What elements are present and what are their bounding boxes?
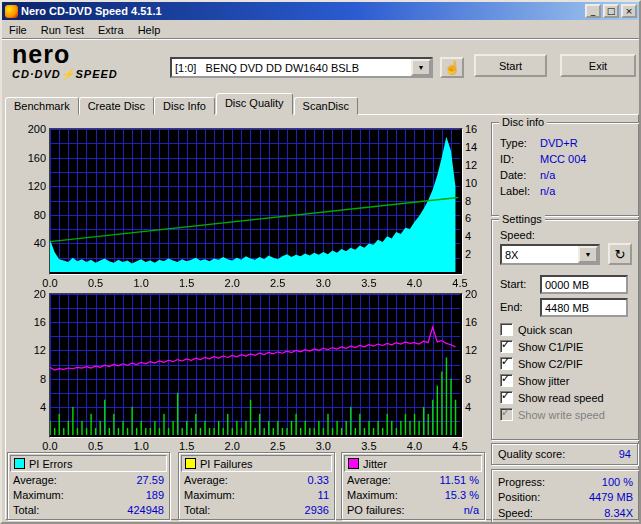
progress-value: 100 % xyxy=(602,476,633,488)
drive-selector[interactable]: [1:0] BENQ DVD DD DW1640 BSLB ▼ xyxy=(170,57,433,78)
checkbox-box[interactable] xyxy=(500,323,513,336)
y-axis-tick: 120 xyxy=(14,180,46,192)
stat-title: PI Errors xyxy=(29,458,72,470)
stat-title: PI Failures xyxy=(200,458,253,470)
y-axis-tick: 8 xyxy=(465,373,489,385)
disc-info-legend: Disc info xyxy=(499,116,547,128)
jitter-pif-chart xyxy=(49,293,463,438)
disc-info-row: Type:DVD+R xyxy=(500,135,635,151)
stat-label: Total: xyxy=(184,503,210,518)
checkbox-show-jitter[interactable]: ✓Show jitter xyxy=(500,372,635,389)
tab-benchmark[interactable]: Benchmark xyxy=(5,97,79,115)
drive-pick-button[interactable]: ☝ xyxy=(440,57,464,78)
jitter-pif-chart-canvas xyxy=(50,294,460,435)
pi-errors-chart xyxy=(49,128,463,275)
chevron-down-icon[interactable]: ▼ xyxy=(578,246,598,263)
y-axis-tick: 20 xyxy=(465,288,489,300)
x-axis-tick: 1.0 xyxy=(128,277,154,289)
progress-rows: Progress:100 %Position:4479 MBSpeed:8.34… xyxy=(498,474,633,521)
logo-speed-text: SPEED xyxy=(76,68,118,80)
logo-cddvd-text: CD·DVD xyxy=(12,68,61,80)
disc-info-row: Label:n/a xyxy=(500,183,635,199)
x-axis-tick: 0.5 xyxy=(83,440,109,452)
tab-scandisc[interactable]: ScanDisc xyxy=(294,97,358,115)
speed-select[interactable]: 8X ▼ xyxy=(500,244,600,265)
start-position-field[interactable] xyxy=(540,275,628,294)
y-axis-tick: 4 xyxy=(14,401,46,413)
tab-disc-info[interactable]: Disc Info xyxy=(154,97,215,115)
check-icon: ✓ xyxy=(501,355,510,368)
menu-item-run-test[interactable]: Run Test xyxy=(34,22,91,38)
x-axis-tick: 2.0 xyxy=(219,440,245,452)
stat-box-pi-failures: PI FailuresAverage:0.33Maximum:11Total:2… xyxy=(178,452,335,520)
x-axis-tick: 4.5 xyxy=(447,440,473,452)
checkbox-quick-scan[interactable]: Quick scan xyxy=(500,321,635,338)
maximize-button[interactable]: □ xyxy=(603,4,619,18)
checkbox-box[interactable]: ✓ xyxy=(500,340,513,353)
quality-score-label: Quality score: xyxy=(498,448,565,460)
stat-label: Average: xyxy=(184,473,228,488)
stat-value: 27.59 xyxy=(136,473,164,488)
menu-item-help[interactable]: Help xyxy=(131,22,168,38)
y-axis-tick: 160 xyxy=(14,152,46,164)
x-axis-tick: 4.0 xyxy=(401,277,427,289)
stat-row: Maximum:189 xyxy=(8,488,169,503)
stat-row: Average:27.59 xyxy=(8,473,169,488)
checkbox-box[interactable]: ✓ xyxy=(500,408,513,421)
stat-row: Total:424948 xyxy=(8,503,169,518)
x-axis-tick: 3.5 xyxy=(356,277,382,289)
stat-label: Average: xyxy=(13,473,57,488)
x-axis-tick: 0.0 xyxy=(37,440,63,452)
check-icon: ✓ xyxy=(501,389,510,402)
tab-create-disc[interactable]: Create Disc xyxy=(79,97,154,115)
disc-info-row: ID:MCC 004 xyxy=(500,151,635,167)
y-axis-tick: 14 xyxy=(465,141,489,153)
exit-button[interactable]: Exit xyxy=(560,54,636,77)
checkbox-label: Show C2/PIF xyxy=(518,358,583,370)
tab-strip: BenchmarkCreate DiscDisc InfoDisc Qualit… xyxy=(5,95,358,115)
tab-disc-quality[interactable]: Disc Quality xyxy=(216,93,293,115)
x-axis-tick: 2.5 xyxy=(265,440,291,452)
end-position-field[interactable] xyxy=(540,298,628,317)
stat-value: 0.33 xyxy=(308,473,329,488)
disc-info-rows: Type:DVD+RID:MCC 004Date:n/aLabel:n/a xyxy=(500,135,635,199)
check-icon: ✓ xyxy=(501,406,510,419)
y-axis-tick: 80 xyxy=(14,209,46,221)
refresh-speed-button[interactable]: ↻ xyxy=(608,243,632,265)
y-axis-tick: 6 xyxy=(465,212,489,224)
stat-row: Average:11.51 % xyxy=(342,473,484,488)
menu-item-file[interactable]: File xyxy=(2,22,34,38)
checkbox-show-c1-pie[interactable]: ✓Show C1/PIE xyxy=(500,338,635,355)
chevron-down-icon[interactable]: ▼ xyxy=(411,59,431,76)
stat-header: Jitter xyxy=(344,455,482,472)
scan-option-checkboxes: Quick scan✓Show C1/PIE✓Show C2/PIF✓Show … xyxy=(500,321,635,423)
progress-row: Position:4479 MB xyxy=(498,491,633,503)
stat-title: Jitter xyxy=(363,458,387,470)
x-axis-tick: 3.0 xyxy=(310,277,336,289)
minimize-button[interactable]: _ xyxy=(585,4,601,18)
disc-info-row: Date:n/a xyxy=(500,167,635,183)
checkbox-box[interactable]: ✓ xyxy=(500,374,513,387)
x-axis-tick: 2.0 xyxy=(219,277,245,289)
checkbox-label: Show write speed xyxy=(518,409,605,421)
checkbox-show-write-speed[interactable]: ✓Show write speed xyxy=(500,406,635,423)
stat-box-jitter: JitterAverage:11.51 %Maximum:15.3 %PO fa… xyxy=(341,452,485,520)
disc-info-value: MCC 004 xyxy=(540,153,586,165)
progress-row: Progress:100 % xyxy=(498,476,633,488)
x-axis-tick: 2.5 xyxy=(265,277,291,289)
stat-value: 2936 xyxy=(305,503,329,518)
checkbox-show-c2-pif[interactable]: ✓Show C2/PIF xyxy=(500,355,635,372)
checkbox-label: Show jitter xyxy=(518,375,569,387)
checkbox-box[interactable]: ✓ xyxy=(500,391,513,404)
y-axis-tick: 4 xyxy=(465,230,489,242)
app-icon xyxy=(5,5,18,18)
checkbox-show-read-speed[interactable]: ✓Show read speed xyxy=(500,389,635,406)
close-button[interactable]: × xyxy=(621,4,637,18)
checkbox-box[interactable]: ✓ xyxy=(500,357,513,370)
checkbox-label: Show C1/PIE xyxy=(518,341,583,353)
stat-header: PI Errors xyxy=(10,455,167,472)
stat-value: 424948 xyxy=(127,503,164,518)
start-button[interactable]: Start xyxy=(474,54,547,77)
stat-value: 11 xyxy=(318,488,329,503)
menu-item-extra[interactable]: Extra xyxy=(91,22,131,38)
